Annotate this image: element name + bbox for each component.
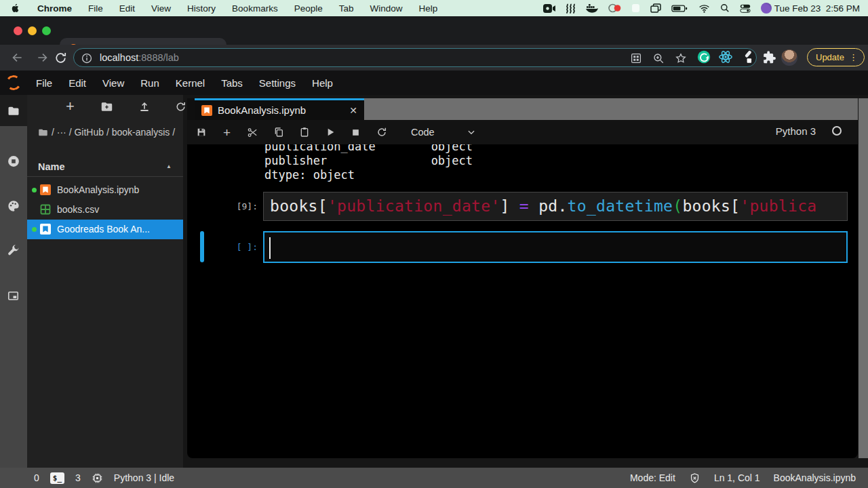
jupyter-logo-icon (5, 74, 22, 91)
apple-icon (11, 3, 20, 14)
screen-record-icon[interactable] (608, 3, 621, 13)
notebook-tab[interactable]: BookAnalysis.ipynb ✕ (195, 98, 364, 120)
notebook-file-icon (40, 224, 51, 235)
heat-waves-icon[interactable] (566, 3, 576, 14)
cell9-editor[interactable]: books['publication_date'] = pd.to_dateti… (263, 192, 848, 221)
menu-history[interactable]: History (187, 3, 216, 14)
jl-menu-tabs[interactable]: Tabs (221, 77, 243, 89)
grammarly-extension-icon[interactable] (696, 49, 711, 64)
control-center-icon[interactable] (740, 4, 751, 13)
terminal-icon[interactable]: $_ (50, 472, 64, 484)
save-button[interactable] (195, 127, 207, 138)
sort-caret-icon: ▲ (166, 163, 172, 169)
traffic-close-button[interactable] (14, 26, 22, 35)
cursor-position[interactable]: Ln 1, Col 1 (714, 472, 760, 483)
menu-file[interactable]: File (88, 3, 103, 14)
update-button[interactable]: Update ⋮ (807, 48, 865, 66)
react-devtools-extension-icon[interactable] (718, 49, 733, 64)
active-cell-collapser[interactable] (200, 231, 204, 262)
profile-avatar[interactable] (781, 49, 797, 66)
notebook-toolbar: + Code Python 3 (187, 120, 858, 144)
menubar-clock[interactable]: Tue Feb 23 2:56 PM (774, 3, 860, 14)
forward-button[interactable] (35, 50, 50, 65)
add-cell-button[interactable]: + (221, 127, 233, 138)
cut-cells-button[interactable] (247, 127, 258, 138)
chevron-down-icon[interactable] (467, 127, 476, 137)
active-cell-editor[interactable] (263, 231, 848, 263)
new-launcher-button[interactable]: + (66, 99, 75, 114)
copy-cells-button[interactable] (273, 127, 284, 138)
command-palette-icon[interactable] (7, 199, 20, 213)
run-cell-button[interactable] (324, 127, 336, 138)
menu-chrome[interactable]: Chrome (37, 3, 72, 14)
notebook-tab-close-icon[interactable]: ✕ (349, 105, 357, 116)
menu-tab[interactable]: Tab (339, 3, 354, 14)
kernel-name[interactable]: Python 3 (776, 125, 816, 137)
name-column-header[interactable]: Name ▲ (27, 159, 183, 177)
chrome-toolbar: localhost:8888/lab Update ⋮ (0, 45, 868, 70)
zoom-page-icon[interactable] (652, 52, 665, 64)
jl-menu-edit[interactable]: Edit (68, 77, 86, 89)
bookmark-star-icon[interactable] (675, 52, 687, 64)
menu-window[interactable]: Window (370, 3, 402, 14)
traffic-minimize-button[interactable] (28, 26, 37, 35)
jl-menu-run[interactable]: Run (140, 77, 159, 89)
jl-menu-help[interactable]: Help (312, 77, 333, 89)
command-mode-indicator[interactable]: Mode: Edit (630, 472, 675, 483)
property-inspector-icon[interactable] (7, 244, 20, 258)
interrupt-kernel-button[interactable] (350, 127, 361, 138)
zoom-camera-icon[interactable] (543, 4, 555, 13)
notebook-content: publication_date object publisher object… (187, 144, 858, 458)
menu-edit[interactable]: Edit (119, 3, 135, 14)
jl-menu-view[interactable]: View (102, 77, 124, 89)
file-row-bookscsv[interactable]: books.csv (27, 200, 183, 220)
profile-app-icon[interactable] (761, 3, 772, 14)
paste-cells-button[interactable] (298, 127, 310, 138)
back-button[interactable] (9, 50, 24, 65)
file-row-goodreads-selected[interactable]: Goodreads Book An... (27, 220, 183, 239)
jl-menu-file[interactable]: File (36, 77, 52, 89)
spotlight-icon[interactable] (720, 3, 730, 13)
address-bar[interactable]: localhost:8888/lab (73, 48, 757, 67)
cell9-prompt: [9]: (214, 201, 258, 211)
notifications-count[interactable]: 0 (34, 472, 39, 483)
terminals-count[interactable]: 3 (75, 472, 81, 483)
jl-menu-settings[interactable]: Settings (259, 77, 296, 89)
breadcrumb[interactable]: / ··· / GitHub / book-analysis / (38, 125, 178, 140)
running-kernels-icon[interactable] (7, 155, 20, 168)
cell-type-dropdown[interactable]: Code (411, 127, 435, 138)
file-row-bookanalysis[interactable]: BookAnalysis.ipynb (27, 180, 183, 200)
marker-extension-icon[interactable] (741, 49, 755, 64)
site-info-icon[interactable] (81, 52, 93, 64)
docker-icon[interactable] (586, 3, 598, 13)
refresh-button[interactable] (175, 101, 186, 113)
open-tabs-icon[interactable] (7, 289, 20, 303)
menu-help[interactable]: Help (418, 3, 437, 14)
kernel-chip-icon[interactable] (92, 472, 103, 484)
menu-bookmarks[interactable]: Bookmarks (232, 3, 278, 14)
reload-button[interactable] (53, 50, 68, 65)
screen-share-icon[interactable] (631, 3, 640, 13)
menu-view[interactable]: View (151, 3, 171, 14)
upload-button[interactable] (138, 100, 151, 113)
window-mirror-icon[interactable] (650, 3, 661, 13)
browser-menu-icon[interactable]: ⋮ (849, 52, 858, 62)
traffic-zoom-button[interactable] (42, 26, 51, 35)
menu-people[interactable]: People (294, 3, 323, 14)
battery-icon[interactable] (671, 4, 688, 13)
restart-kernel-button[interactable] (376, 127, 387, 138)
file-browser-panel: + / ··· / GitHub / book-analysis / Name … (27, 95, 183, 468)
macos-menubar: Chrome File Edit View History Bookmarks … (0, 0, 868, 16)
file-browser-icon[interactable] (7, 104, 20, 118)
new-folder-button[interactable] (100, 101, 113, 113)
kernel-status-icon[interactable] (832, 126, 842, 136)
kernel-status-text[interactable]: Python 3 | Idle (114, 472, 174, 483)
cell9-code-line: books['publication_date'] = pd.to_dateti… (264, 192, 847, 220)
jl-menu-kernel[interactable]: Kernel (176, 77, 205, 89)
trust-shield-icon[interactable] (689, 472, 701, 484)
wifi-icon[interactable] (698, 4, 710, 13)
scrollbar-track[interactable] (859, 98, 868, 458)
extensions-puzzle-icon[interactable] (762, 49, 776, 64)
tab-grid-icon[interactable] (630, 52, 642, 64)
output-line: publication_date object (264, 144, 473, 154)
